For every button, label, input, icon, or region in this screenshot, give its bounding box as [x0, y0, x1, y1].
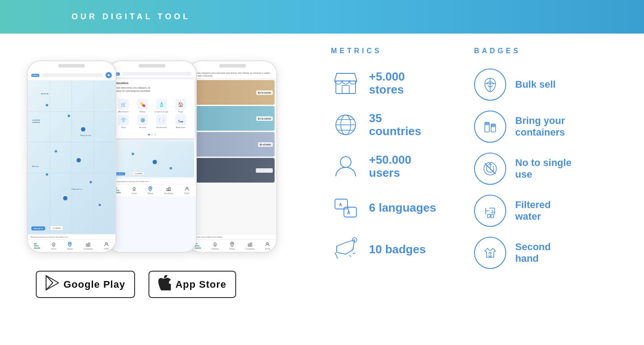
- phone-3-content: En la cocina En la cocina En el baño En …: [189, 79, 276, 234]
- phone-1-bottom: gozerowaste Inicio Mapa Ciudades: [28, 239, 115, 252]
- phones-section: Filtros: [27, 47, 304, 336]
- svg-point-15: [232, 243, 233, 244]
- cat-alojamiento: 🛏️ Alojamiento: [172, 115, 190, 128]
- map-pin-5: [76, 158, 81, 163]
- svg-rect-17: [250, 243, 252, 246]
- list-label-bano: En el baño: [258, 142, 273, 147]
- cat-hogar: 🏠 Hogar: [172, 99, 190, 113]
- list-item-cocina: En la cocina: [191, 80, 275, 105]
- map-icon: [67, 242, 72, 247]
- svg-point-9: [150, 187, 151, 188]
- list-item-trabajo: En el trabajo: [191, 158, 275, 183]
- right-section: METRICS +5.000stores: [304, 47, 617, 336]
- near-me-btn: Casa de mi: [31, 226, 45, 230]
- bottom-icon-inicio: Inicio: [51, 242, 56, 250]
- map-label-5: Playa de Co...: [72, 188, 83, 190]
- home-icon-2: [131, 186, 137, 192]
- user-icon-container: [331, 152, 360, 181]
- bulk-sell-label: Bulk sell: [515, 79, 555, 90]
- map-icon-2: [148, 186, 153, 192]
- list-label-cocina: En la cocina: [256, 90, 273, 95]
- svg-rect-21: [342, 85, 349, 94]
- map-label-4: Bulevar: [32, 165, 39, 167]
- svg-rect-5: [89, 243, 90, 246]
- map-grid-v2: [72, 81, 72, 234]
- header-banner: OUR DIGITAL TOOL: [0, 0, 644, 34]
- badge-no-single-use: No to singleuse: [474, 153, 617, 185]
- bottom-icon-ciudades: Ciudades: [84, 242, 93, 250]
- map-pin-9: [98, 203, 102, 207]
- map-pin-1: [45, 103, 49, 107]
- map-grid-v1: [50, 81, 50, 234]
- phone-1: Filtros: [27, 60, 116, 253]
- mini-map-pin-2: [152, 159, 157, 165]
- phone-2-screen: Filtros CATEGORÍAS Cuando seleccionas un…: [108, 61, 196, 252]
- bottom-icon-inicio-2: Inicio: [131, 186, 137, 195]
- map-pin-3: [80, 127, 86, 132]
- bottom-icon-mapa-3: Mapa: [229, 242, 235, 250]
- cities-icon: [85, 242, 91, 247]
- search-bar: [42, 73, 103, 77]
- list-item-cocina2: En la cocina: [191, 106, 275, 131]
- metric-badges: 10 badges: [331, 235, 456, 264]
- categories-popup: CATEGORÍAS Cuando seleccionas una catego…: [110, 79, 195, 138]
- map-grid-v3: [93, 81, 94, 234]
- svg-line-35: [349, 255, 351, 257]
- filter-btn: Filtros: [31, 74, 39, 77]
- svg-rect-2: [53, 245, 55, 246]
- google-play-button[interactable]: Google Play: [36, 271, 135, 298]
- bottom-icon-perfil-3: Perfil: [265, 242, 270, 250]
- phone-2-header: Filtros: [108, 70, 196, 78]
- phone-2: Filtros CATEGORÍAS Cuando seleccionas un…: [107, 60, 197, 253]
- svg-text:A: A: [339, 202, 342, 207]
- globe-icon: [332, 111, 359, 138]
- cities-icon-2: [166, 186, 171, 192]
- mini-map-pin-3: [169, 166, 173, 170]
- store-icon: [332, 70, 359, 97]
- phone-1-screen: Filtros: [28, 61, 115, 252]
- cat-ropa: 👕 Ropa: [115, 115, 132, 128]
- app-store-button[interactable]: App Store: [148, 271, 236, 298]
- second-hand-label: Secondhand: [515, 241, 551, 265]
- cat-belleza: 💊 Belleza: [134, 99, 152, 113]
- categories-subtitle: CATEGORÍAS: [112, 82, 192, 85]
- discover-text-2: Descubre productos y servicios de residu…: [108, 179, 196, 184]
- phone-2-notch: [108, 61, 196, 70]
- svg-point-28: [340, 157, 351, 167]
- second-hand-circle: [474, 237, 506, 269]
- mini-map-2: Cerca de mi Localidad: [110, 141, 194, 177]
- cat-alimentacion: 🛒 Alimentación: [115, 99, 132, 113]
- bottom-icon-perfil: Perfil: [104, 242, 109, 250]
- stores-value: +5.000stores: [369, 70, 405, 96]
- bottom-icon-ciudades-2: Ciudades: [164, 186, 174, 195]
- user-icon: [332, 153, 359, 180]
- metric-countries: 35countries: [331, 110, 456, 139]
- phone-3-bottom: gozerowaste Hábitos Mapa Ciudades: [189, 239, 276, 252]
- metric-languages: A A 6 languages: [331, 193, 456, 222]
- svg-rect-40: [485, 123, 489, 132]
- notch-bar-1: [58, 64, 85, 68]
- mini-map-pin-1: [131, 152, 135, 156]
- badge-containers: Bring yourcontainers: [474, 111, 617, 143]
- globe-icon-container: [331, 110, 360, 139]
- badge-bulk-sell: Bulk sell: [474, 68, 617, 101]
- language-icon: A A: [332, 195, 359, 221]
- categories-desc: Cuando seleccionas una categoría, semues…: [112, 86, 192, 93]
- map-pin-4: [54, 149, 58, 153]
- svg-rect-14: [214, 245, 216, 246]
- bulk-sell-circle: [474, 68, 506, 101]
- filtered-water-circle: [474, 195, 506, 227]
- search-bar-2: [123, 72, 191, 76]
- badges-column: BADGES Bulk sell: [474, 47, 617, 336]
- bottom-icon-logo: gozerowaste: [34, 243, 40, 249]
- bottom-icon-inicio-3: Hábitos: [212, 242, 219, 250]
- phone-1-header: Filtros: [28, 70, 115, 81]
- badges-title: BADGES: [474, 47, 617, 55]
- carousel-dots: [112, 134, 192, 136]
- list-item-bano: En el baño: [191, 132, 275, 157]
- metrics-title: METRICS: [331, 47, 456, 55]
- map-label-2: LA NOVAGUERRA: [32, 119, 40, 124]
- profile-icon-2: [184, 186, 190, 192]
- cities-icon-3: [247, 242, 253, 247]
- metrics-column: METRICS +5.000stores: [331, 47, 456, 336]
